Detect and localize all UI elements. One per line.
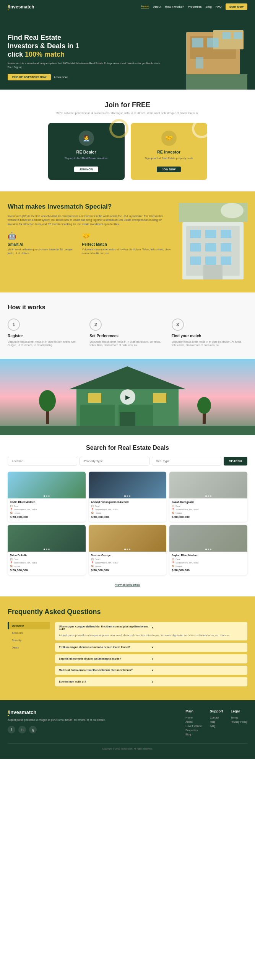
join-section: Join for FREE We're not amet pellentesqu…	[0, 90, 255, 191]
search-button[interactable]: SEARCH	[224, 457, 247, 466]
property-type-input[interactable]	[80, 457, 149, 466]
footer-logo: IInvesmatch	[8, 709, 178, 715]
prop-2-price: $ 50,000,000	[91, 515, 164, 519]
location-input[interactable]	[8, 457, 77, 466]
join-subtitle: We're not amet pellentesque ut ornare lo…	[8, 111, 247, 115]
faq-q-4[interactable]: Mattis ut dui in ornare faucibus vehicul…	[55, 666, 247, 675]
nav-faq[interactable]: FAQ	[216, 5, 222, 8]
prop-5-name: Desirae George	[91, 554, 164, 557]
match-icon: 🤝	[82, 232, 172, 240]
investor-icon: 🤝	[161, 131, 177, 146]
social-facebook[interactable]: f	[8, 726, 15, 733]
svg-rect-13	[205, 230, 216, 238]
property-card-3: Jakob Korsgaard 📋Deal 📍Somewhere, UK, In…	[169, 472, 247, 522]
faq-sidebar-overview[interactable]: Overview	[8, 622, 50, 629]
dealer-join-button[interactable]: JOIN NOW	[74, 167, 98, 172]
investor-join-button[interactable]: JOIN NOW	[157, 167, 181, 172]
prop-2-loc-icon: 📍	[91, 508, 94, 511]
investor-desc: Signup to find Real Estate property deal…	[137, 157, 201, 160]
footer-support-title: Support	[210, 709, 223, 713]
faq-chevron-3: ∨	[151, 657, 244, 660]
prop-6-ptype: House	[175, 565, 182, 567]
how-title: How it works	[8, 304, 247, 311]
faq-q-5[interactable]: Et enim non nulla ut? ∨	[55, 677, 247, 686]
prop-2-type-icon: 📋	[91, 505, 94, 507]
faq-item-2: Pretium magna rhoncus commodo ornare lor…	[55, 643, 247, 652]
footer-legal-title: Legal	[231, 709, 247, 713]
faq-sidebar-accounts[interactable]: Accounts	[8, 629, 50, 637]
prop-1-price: $ 50,000,000	[10, 515, 83, 519]
special-image	[179, 203, 247, 281]
hero-buttons: FIND RE INVESTORS NOW Learn more...	[8, 74, 163, 80]
footer-main-how[interactable]: How it works?	[185, 725, 202, 727]
faq-chevron-5: ∨	[151, 680, 244, 683]
footer-legal-privacy[interactable]: Privacy Policy	[231, 720, 247, 723]
footer-main-blog[interactable]: Blog	[185, 733, 202, 736]
investor-title: RE Investor	[137, 150, 201, 154]
footer-support-contact[interactable]: Contact	[210, 716, 223, 719]
property-card-1: Kadin Rhiel Madsen 📋Deal 📍Somewhere, UK,…	[8, 472, 86, 522]
faq-q-1[interactable]: Ullamcorper congue eleifend dui tincidun…	[55, 622, 247, 634]
ai-desc: Vel in amet pellentesque ut ornare lorem…	[8, 248, 76, 255]
deal-type-input[interactable]	[152, 457, 221, 466]
prop-img-2	[89, 472, 167, 498]
footer-col-support: Support Contact Help FAQ	[210, 709, 223, 737]
prop-6-price: $ 50,000,000	[172, 568, 245, 572]
play-button[interactable]: ▶	[120, 389, 135, 405]
hero-description: Invesmatch is a smart and unique system …	[8, 62, 163, 69]
footer-support-help[interactable]: Help	[210, 720, 223, 723]
prop-3-loc: Somewhere, UK, India	[175, 508, 198, 511]
faq-q-3[interactable]: Sagittis ut molestie dictum ipsum magna …	[55, 654, 247, 663]
nav-blog[interactable]: Blog	[206, 5, 212, 8]
faq-q-2[interactable]: Pretium magna rhoncus commodo ornare lor…	[55, 643, 247, 652]
nav-about[interactable]: About	[153, 5, 161, 8]
svg-rect-21	[203, 265, 223, 279]
view-all-link[interactable]: View all properties	[115, 583, 140, 586]
nav-start-button[interactable]: Start Now	[226, 3, 247, 10]
faq-sidebar-deals[interactable]: Deals	[8, 644, 50, 651]
how-steps-container: 1 Register Vulputate massa amet netus in…	[8, 318, 247, 348]
prop-4-loc: Somewhere, UK, India	[14, 562, 37, 564]
hero-section: Find Real Estate Investors & Deals in 1 …	[0, 13, 255, 90]
prop-2-ptype-icon: 🏠	[91, 511, 94, 514]
prop-2-name: Ahmad Passaquindici Arcand	[91, 501, 164, 503]
nav-how[interactable]: How it works?	[165, 5, 184, 8]
hero-learn-more[interactable]: Learn more...	[54, 76, 70, 78]
faq-sidebar-security[interactable]: Security	[8, 637, 50, 644]
social-linkedin[interactable]: in	[18, 726, 26, 733]
svg-rect-17	[221, 243, 231, 252]
prop-1-type: Deal	[14, 505, 18, 507]
prop-4-loc-icon: 📍	[10, 561, 13, 564]
footer-main-about[interactable]: About	[185, 720, 202, 723]
faq-q-5-text: Et enim non nulla ut?	[59, 680, 151, 683]
search-title: Search for Real Estate Deals	[8, 444, 247, 451]
dealer-title: RE Dealer	[54, 150, 119, 154]
hero-cta-button[interactable]: FIND RE INVESTORS NOW	[8, 74, 51, 80]
prop-img-5	[89, 525, 167, 552]
nav-home[interactable]: Home	[141, 5, 149, 8]
step-1: 1 Register Vulputate massa amet netus in…	[8, 318, 83, 348]
footer-support-faq[interactable]: FAQ	[210, 725, 223, 727]
footer-legal-terms[interactable]: Terms	[231, 716, 247, 719]
search-bar: SEARCH	[8, 457, 247, 466]
social-icons: f in ig	[8, 726, 178, 733]
nav-logo: IInvesmatch	[8, 3, 34, 10]
faq-q-3-text: Sagittis ut molestie dictum ipsum magna …	[59, 657, 151, 660]
prop-img-1	[8, 472, 86, 498]
hero-building-svg	[163, 24, 247, 90]
nav-properties[interactable]: Properties	[188, 5, 201, 8]
footer-main-home[interactable]: Home	[185, 716, 202, 719]
view-all-container: View all properties	[8, 580, 247, 587]
footer-copyright: Copyright © 2023 Invesmatch. All rights …	[8, 748, 247, 750]
prop-2-type: Deal	[95, 505, 99, 507]
social-instagram[interactable]: ig	[29, 726, 37, 733]
footer-main-properties[interactable]: Properties	[185, 729, 202, 732]
footer-col-legal: Legal Terms Privacy Policy	[231, 709, 247, 737]
prop-6-type: Deal	[175, 558, 180, 560]
faq-chevron-4: ∨	[151, 669, 244, 672]
prop-5-ptype-icon: 🏠	[91, 565, 94, 567]
faq-title: Frequently Asked Questions	[8, 608, 247, 616]
svg-rect-14	[221, 230, 231, 238]
prop-5-loc: Somewhere, UK, India	[95, 562, 118, 564]
join-investor-card: 🤝 RE Investor Signup to find Real Estate…	[131, 123, 207, 180]
